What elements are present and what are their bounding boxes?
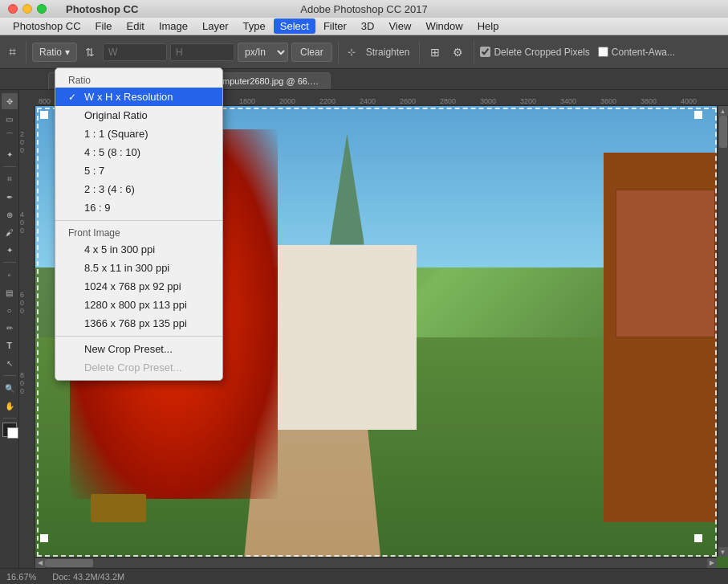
bench (91, 494, 146, 522)
ruler-left-mark-200: 200 (20, 130, 24, 154)
minimize-button[interactable] (22, 4, 32, 14)
text-tool[interactable]: T (2, 337, 18, 353)
move-tool[interactable]: ✥ (2, 93, 18, 109)
dropdown-preset-1024x768[interactable]: 1024 x 768 px 92 ppi (55, 277, 222, 296)
menu-bar: Photoshop CC File Edit Image Layer Type … (0, 18, 728, 35)
menu-type[interactable]: Type (237, 18, 272, 34)
ruler-corner (19, 90, 35, 106)
chevron-down-icon: ▾ (65, 47, 70, 58)
menu-help[interactable]: Help (471, 18, 506, 34)
ruler-top-mark-2800: 2800 (440, 97, 456, 105)
quick-select-tool[interactable]: ✦ (2, 146, 18, 162)
lasso-tool[interactable]: ⌒ (2, 129, 18, 145)
scroll-thumb-right[interactable] (719, 116, 727, 148)
maximize-button[interactable] (37, 4, 47, 14)
brick-building (604, 153, 728, 522)
scroll-right-button[interactable]: ▶ (707, 558, 717, 568)
menu-select[interactable]: Select (274, 18, 315, 34)
scrollbar-right[interactable]: ▲ ▼ (717, 106, 728, 557)
tool-separator-3 (3, 375, 16, 376)
toolbar-separator-1 (26, 41, 26, 63)
unit-select[interactable]: px/In px/cm (238, 43, 288, 62)
eraser-tool[interactable]: ▫ (2, 267, 18, 283)
zoom-tool[interactable]: 🔍 (2, 380, 18, 396)
background-color[interactable] (7, 427, 18, 439)
ruler-left-mark-800: 800 (20, 371, 24, 395)
delete-cropped-pixels-label[interactable]: Delete Cropped Pixels (480, 47, 589, 58)
width-input[interactable] (103, 43, 167, 61)
menu-photoshop[interactable]: Photoshop CC (6, 18, 87, 34)
settings-button[interactable]: ⚙ (448, 43, 468, 62)
window-title: Adobe Photoshop CC 2017 (300, 3, 427, 15)
menu-view[interactable]: View (382, 18, 417, 34)
status-bar: 16.67% Doc: 43.2M/43.2M (0, 568, 728, 584)
swap-dimensions-button[interactable]: ⇅ (80, 43, 100, 62)
dropdown-preset-1280x800[interactable]: 1280 x 800 px 113 ppi (55, 296, 222, 314)
menu-file[interactable]: File (89, 18, 119, 34)
dropdown-item-2x3[interactable]: 2 : 3 (4 : 6) (55, 180, 222, 198)
dropdown-item-16x9[interactable]: 16 : 9 (55, 198, 222, 217)
straighten-button[interactable]: Straighten (362, 44, 414, 60)
gradient-tool[interactable]: ▤ (2, 284, 18, 300)
dropdown-preset-4x5in[interactable]: 4 x 5 in 300 ppi (55, 240, 222, 259)
content-aware-label[interactable]: Content-Awa... (598, 47, 675, 58)
menu-image[interactable]: Image (153, 18, 194, 34)
pen-tool[interactable]: ✏ (2, 320, 18, 336)
dropdown-item-5x7[interactable]: 5 : 7 (55, 161, 222, 180)
clear-button[interactable]: Clear (291, 43, 332, 62)
path-select-tool[interactable]: ↖ (2, 355, 18, 371)
eyedropper-tool[interactable]: ✒ (2, 189, 18, 205)
dropdown-new-preset[interactable]: New Crop Preset... (55, 340, 222, 358)
menu-window[interactable]: Window (419, 18, 469, 34)
scroll-up-button[interactable]: ▲ (718, 106, 728, 116)
tool-separator-2 (3, 262, 16, 263)
toolbox: ✥ ▭ ⌒ ✦ ⌗ ✒ ⊕ 🖌 ✦ ▫ ▤ ○ ✏ T ↖ 🔍 ✋ (0, 90, 19, 568)
dodge-tool[interactable]: ○ (2, 302, 18, 318)
ruler-top-mark-3600: 3600 (600, 97, 616, 105)
dropdown-sep-1 (55, 220, 222, 221)
height-input[interactable] (170, 43, 234, 61)
dropdown-item-wxh[interactable]: ✓ W x H x Resolution (55, 88, 222, 106)
dropdown-section-ratio: Ratio (55, 71, 222, 88)
menu-edit[interactable]: Edit (120, 18, 151, 34)
doc-info: Doc: 43.2M/43.2M (52, 572, 124, 582)
ruler-top-mark-2000: 2000 (279, 97, 295, 105)
dropdown-preset-1366x768[interactable]: 1366 x 768 px 135 ppi (55, 314, 222, 333)
zoom-level: 16.67% (6, 572, 36, 582)
selection-tool[interactable]: ▭ (2, 111, 18, 127)
ruler-top-mark-3400: 3400 (560, 97, 576, 105)
scroll-down-button[interactable]: ▼ (718, 547, 728, 557)
menu-layer[interactable]: Layer (196, 18, 235, 34)
crop-tool[interactable]: ⌗ (2, 171, 18, 187)
tool-separator-1 (3, 166, 16, 167)
menu-3d[interactable]: 3D (355, 18, 381, 34)
dropdown-item-1x1[interactable]: 1 : 1 (Square) (55, 125, 222, 143)
ruler-top-mark-800: 800 (39, 97, 51, 105)
menu-filter[interactable]: Filter (317, 18, 353, 34)
ruler-top-mark-3200: 3200 (520, 97, 536, 105)
dropdown-item-original-ratio[interactable]: Original Ratio (55, 106, 222, 125)
grid-overlay-button[interactable]: ⊞ (425, 43, 445, 62)
clone-tool[interactable]: ✦ (2, 242, 18, 258)
ratio-label: Ratio (39, 47, 62, 58)
scrollbar-bottom[interactable]: ◀ ▶ (35, 557, 717, 568)
ruler-left-mark-600: 600 (20, 291, 24, 315)
scroll-thumb-bottom[interactable] (45, 559, 93, 567)
brush-tool[interactable]: 🖌 (2, 224, 18, 240)
scroll-left-button[interactable]: ◀ (35, 558, 45, 568)
ruler-top-mark-2200: 2200 (319, 97, 336, 105)
hand-tool[interactable]: ✋ (2, 398, 18, 414)
heal-tool[interactable]: ⊕ (2, 206, 18, 223)
tool-separator-4 (3, 418, 16, 419)
title-bar: Photoshop CC Adobe Photoshop CC 2017 (0, 0, 728, 18)
close-button[interactable] (8, 4, 18, 14)
content-aware-checkbox[interactable] (598, 47, 608, 57)
ruler-top-mark-4000: 4000 (681, 97, 697, 105)
ruler-top-mark-2600: 2600 (400, 97, 416, 105)
ratio-dropdown-button[interactable]: Ratio ▾ (32, 43, 77, 62)
dropdown-item-4x5[interactable]: 4 : 5 (8 : 10) (55, 143, 222, 161)
foreground-color[interactable] (2, 423, 17, 437)
dropdown-preset-8x11in[interactable]: 8.5 x 11 in 300 ppi (55, 259, 222, 277)
crop-tool-button[interactable]: ⌗ (5, 43, 20, 62)
delete-cropped-pixels-checkbox[interactable] (480, 47, 490, 57)
